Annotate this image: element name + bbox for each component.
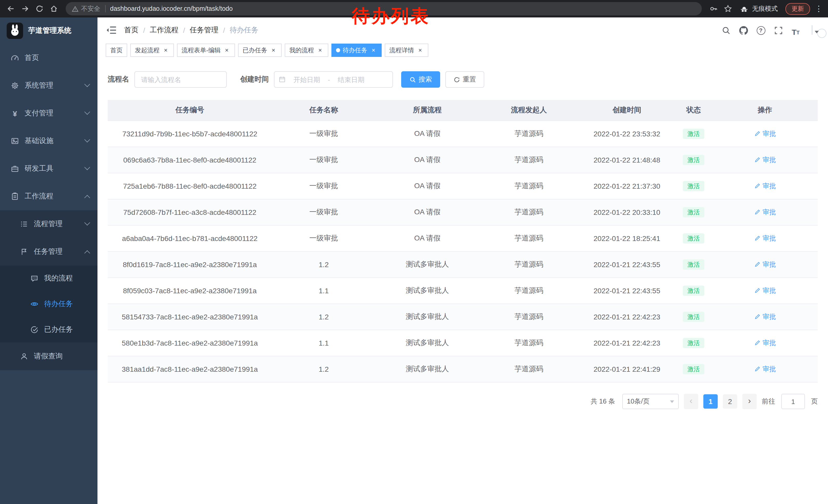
approve-link[interactable]: 审批	[754, 286, 776, 295]
tab-done-tasks[interactable]: 已办任务 ×	[238, 44, 282, 57]
tab-home[interactable]: 首页	[106, 44, 127, 57]
url-bar[interactable]: 不安全 dashboard.yudao.iocoder.cn/bpm/task/…	[66, 2, 702, 15]
page-button-1[interactable]: 1	[703, 394, 718, 409]
tab-process-detail[interactable]: 流程详情 ×	[385, 44, 428, 57]
status-badge: 激活	[683, 207, 704, 217]
cell-task-name: 1.2	[272, 356, 376, 382]
bookmark-star-icon[interactable]	[721, 2, 735, 15]
edit-icon	[754, 235, 760, 242]
fullscreen-icon[interactable]	[773, 25, 784, 36]
clipboard-icon	[10, 192, 19, 200]
sidebar-item-workflow[interactable]: 工作流程	[0, 183, 97, 210]
close-icon[interactable]: ×	[417, 47, 424, 54]
security-chip[interactable]: 不安全	[72, 4, 100, 13]
tab-todo-tasks[interactable]: 待办任务 ×	[331, 44, 382, 57]
table-row: 73211d9d-7b9b-11ec-b5b7-acde48001122 一级审…	[108, 121, 818, 147]
sidebar-item-devtools[interactable]: 研发工具	[0, 155, 97, 183]
sidebar-item-home[interactable]: 首页	[0, 44, 97, 72]
approve-link[interactable]: 审批	[754, 234, 776, 243]
cell-process: 测试多审批人	[376, 330, 479, 356]
flag-icon	[19, 248, 29, 256]
cell-created: 2022-01-22 20:33:10	[579, 199, 675, 225]
close-icon[interactable]: ×	[370, 47, 377, 54]
github-icon[interactable]	[738, 25, 749, 36]
tab-my-process[interactable]: 我的流程 ×	[285, 44, 328, 57]
user-avatar[interactable]	[812, 26, 813, 35]
approve-link[interactable]: 审批	[754, 365, 776, 374]
table-row: 58154733-7ac8-11ec-a9e2-a2380e71991a 1.2…	[108, 304, 818, 330]
close-icon[interactable]: ×	[317, 47, 324, 54]
picture-icon	[10, 137, 19, 145]
forward-icon[interactable]	[18, 2, 32, 15]
cell-status: 激活	[675, 356, 712, 382]
update-button[interactable]: 更新	[785, 3, 810, 15]
search-button[interactable]: 搜索	[401, 71, 440, 88]
sidebar-item-task-mgmt[interactable]: 任务管理	[0, 238, 97, 266]
yen-icon: ¥	[10, 109, 19, 118]
sidebar-menu: 首页 系统管理 ¥ 支付管理 基础设施	[0, 44, 97, 370]
approve-link[interactable]: 审批	[754, 338, 776, 348]
sidebar-item-system[interactable]: 系统管理	[0, 72, 97, 99]
page-button-2[interactable]: 2	[723, 394, 737, 409]
start-date-input[interactable]	[287, 75, 327, 84]
navbar-actions: ? TT	[720, 25, 820, 36]
edit-icon	[754, 209, 760, 216]
home-icon[interactable]	[47, 2, 60, 15]
sidebar-item-todo-tasks[interactable]: 待办任务	[0, 291, 97, 317]
tab-form-edit[interactable]: 流程表单-编辑 ×	[177, 44, 235, 57]
date-range-picker[interactable]: -	[274, 71, 393, 88]
cell-status: 激活	[675, 199, 712, 225]
process-name-input[interactable]	[134, 71, 227, 88]
password-key-icon[interactable]	[707, 2, 720, 15]
approve-link[interactable]: 审批	[754, 129, 776, 138]
approve-link[interactable]: 审批	[754, 208, 776, 217]
sidebar-item-process-mgmt[interactable]: 流程管理	[0, 210, 97, 238]
page-size-select[interactable]: 10条/页	[622, 394, 679, 409]
status-badge: 激活	[683, 364, 704, 374]
help-icon[interactable]: ?	[755, 25, 767, 36]
cell-task-id: 069c6a63-7b8a-11ec-8ef0-acde48001122	[108, 147, 272, 173]
prev-page-button[interactable]: ‹	[684, 394, 698, 409]
cell-task-id: 8f059c03-7ac8-11ec-a9e2-a2380e71991a	[108, 278, 272, 304]
breadcrumb-workflow[interactable]: 工作流程	[150, 26, 178, 35]
status-badge: 激活	[683, 233, 704, 243]
end-date-input[interactable]	[331, 75, 371, 84]
goto-label: 前往	[762, 397, 775, 406]
font-size-icon[interactable]: TT	[790, 25, 801, 36]
breadcrumb: 首页 / 工作流程 / 任务管理 / 待办任务	[124, 26, 258, 35]
app-logo-row[interactable]: 芋道管理系统	[0, 17, 97, 44]
tab-start-process[interactable]: 发起流程 ×	[130, 44, 174, 57]
sidebar: 芋道管理系统 首页 系统管理 ¥ 支付管理	[0, 17, 97, 504]
approve-link[interactable]: 审批	[754, 182, 776, 191]
approve-link[interactable]: 审批	[754, 155, 776, 165]
col-task-id: 任务编号	[108, 100, 272, 121]
cell-action: 审批	[712, 304, 818, 330]
cell-process: 测试多审批人	[376, 356, 479, 382]
cell-created: 2022-01-21 22:42:23	[579, 330, 675, 356]
reload-icon[interactable]	[33, 2, 46, 15]
breadcrumb-task-mgmt[interactable]: 任务管理	[190, 26, 218, 35]
goto-page-input[interactable]	[781, 394, 805, 409]
sidebar-item-done-tasks[interactable]: 已办任务	[0, 317, 97, 342]
approve-link[interactable]: 审批	[754, 312, 776, 321]
edit-icon	[754, 314, 760, 320]
screen: 不安全 dashboard.yudao.iocoder.cn/bpm/task/…	[0, 0, 828, 504]
sidebar-item-my-process[interactable]: 我的流程	[0, 266, 97, 291]
sidebar-item-payment[interactable]: ¥ 支付管理	[0, 99, 97, 127]
next-page-button[interactable]: ›	[742, 394, 757, 409]
browser-menu-icon[interactable]: ⋮	[814, 4, 824, 13]
breadcrumb-home[interactable]: 首页	[124, 26, 138, 35]
close-icon[interactable]: ×	[223, 47, 230, 54]
sidebar-item-leave-query[interactable]: 请假查询	[0, 342, 97, 370]
cell-initiator: 芋道源码	[479, 278, 579, 304]
close-icon[interactable]: ×	[162, 47, 169, 54]
search-icon[interactable]	[720, 25, 732, 36]
close-icon[interactable]: ×	[270, 47, 277, 54]
cell-created: 2022-01-21 22:43:55	[579, 251, 675, 278]
sidebar-item-infra[interactable]: 基础设施	[0, 127, 97, 155]
approve-link[interactable]: 审批	[754, 260, 776, 269]
cell-action: 审批	[712, 330, 818, 356]
sidebar-fold-icon[interactable]	[106, 25, 117, 36]
back-icon[interactable]	[4, 2, 17, 15]
reset-button[interactable]: 重置	[445, 71, 484, 88]
